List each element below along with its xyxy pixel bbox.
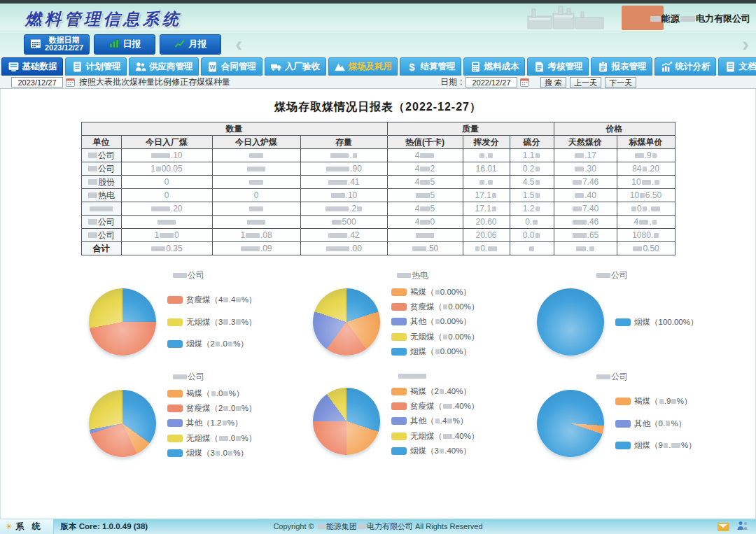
module-tab-bar: 基础数据计划管理供应商管理W合同管理入厂验收煤场及耗用$结算管理燃料成本考核管理… xyxy=(0,56,756,76)
value-cell: 0. xyxy=(463,242,510,255)
value-cell: 0.35 xyxy=(121,242,212,255)
unit-cell: 股份 xyxy=(81,176,121,189)
value-cell: 1.2 xyxy=(510,202,554,216)
scroll-left-icon[interactable]: ‹ xyxy=(235,34,242,55)
legend-swatch-icon xyxy=(391,388,407,395)
unit-cell: 公司 xyxy=(81,216,121,229)
pie-chart-2: 热电褐煤（0.00%）贫瘦煤（0.00%）其他（0.00%）无烟煤（0.00%）… xyxy=(300,269,524,361)
value-cell: 0.0 xyxy=(510,229,554,242)
value-cell xyxy=(510,242,554,255)
legend-item: 烟煤（3.40%） xyxy=(391,446,479,456)
clipboard-icon xyxy=(597,61,609,73)
data-date-button[interactable]: 数据日期 2023/12/27 xyxy=(24,34,90,55)
calendar-small-icon[interactable] xyxy=(520,78,529,87)
chart-legend: 贫瘦煤（4.4%）无烟煤（3.3%）烟煤（2.0%） xyxy=(167,283,256,361)
bar-chart-icon xyxy=(108,38,120,51)
tab-coalyard[interactable]: 煤场及耗用 xyxy=(328,57,398,76)
tab-statistics[interactable]: 统计分析 xyxy=(654,57,716,76)
tab-label: 煤场及耗用 xyxy=(349,61,393,73)
legend-label: 褐煤（.9%） xyxy=(634,396,692,407)
monthly-report-button[interactable]: 月报 xyxy=(160,34,221,55)
legend-item: 褐煤（.9%） xyxy=(615,396,696,407)
doclines-icon xyxy=(71,61,83,73)
pie-chart-4: 公司褐煤（.0%）贫瘦煤（2.0%）其他（1.2%）无烟煤（.0%）烟煤（3.0… xyxy=(76,371,300,463)
chart-title xyxy=(300,371,524,381)
legend-item: 贫瘦煤（0.00%） xyxy=(391,302,479,312)
pie-charts-section: 公司贫瘦煤（4.4%）无烟煤（3.3%）烟煤（2.0%）热电褐煤（0.00%）贫… xyxy=(59,269,696,463)
mail-icon[interactable] xyxy=(718,523,729,531)
tab-contract[interactable]: W合同管理 xyxy=(201,57,262,76)
legend-item: 贫瘦煤（.40%） xyxy=(391,401,479,412)
value-cell: 45 xyxy=(387,202,463,216)
legend-label: 贫瘦煤（4.4%） xyxy=(186,295,256,305)
tab-supplier[interactable]: 供应商管理 xyxy=(129,57,199,76)
next-day-button[interactable]: 下一天 xyxy=(605,77,636,88)
scroll-right-icon[interactable]: › xyxy=(742,34,749,55)
tab-assessment[interactable]: 考核管理 xyxy=(527,57,589,76)
legend-label: 褐煤（0.00%） xyxy=(410,287,471,297)
legend-item: 烟煤（3.0%） xyxy=(167,448,256,458)
tab-label: 计划管理 xyxy=(86,61,121,73)
column-header: 热值(千卡) xyxy=(387,136,463,149)
value-cell: 45 xyxy=(387,176,463,189)
value-cell: .65 xyxy=(554,229,617,242)
users-icon[interactable] xyxy=(736,521,749,533)
legend-item: 其他（.4%） xyxy=(391,416,479,426)
value-cell xyxy=(212,216,300,229)
value-cell xyxy=(212,162,300,176)
data-date-value: 2023/12/27 xyxy=(45,43,83,52)
legend-swatch-icon xyxy=(391,417,407,425)
stats-icon xyxy=(661,61,673,73)
date-label: 日期： xyxy=(440,76,465,88)
search-button[interactable]: 搜 索 xyxy=(540,77,566,88)
value-cell xyxy=(212,176,300,189)
unit-cell: 公司 xyxy=(81,162,121,176)
tab-basic-data[interactable]: 基础数据 xyxy=(1,57,63,76)
tab-documents[interactable]: 文档管理 xyxy=(718,57,756,76)
screen-icon xyxy=(8,61,20,73)
pie-chart-5: 褐煤（2.40%）贫瘦煤（.40%）其他（.4%）无烟煤（.40%）烟煤（3.4… xyxy=(300,371,524,463)
report-title: 煤场存取煤情况日报表（2022-12-27） xyxy=(1,100,755,115)
value-cell xyxy=(121,216,212,229)
pie xyxy=(537,390,604,457)
table-row: 公司101.08.4220.060.0.651080. xyxy=(81,229,675,242)
tab-reports[interactable]: 报表管理 xyxy=(591,57,652,76)
legend-swatch-icon xyxy=(615,398,631,405)
tab-settlement[interactable]: $结算管理 xyxy=(400,57,461,76)
copyright-text: Copyright © 能源集团电力有限公司 All Rights Reserv… xyxy=(0,521,756,532)
legend-label: 无烟煤（3.3%） xyxy=(186,317,256,328)
legend-label: 烟煤（3.40%） xyxy=(410,446,471,456)
unit-cell: 公司 xyxy=(81,149,121,162)
value-cell: .2 xyxy=(300,202,387,216)
legend-swatch-icon xyxy=(167,449,183,457)
column-header: 挥发分 xyxy=(463,136,510,149)
table-row: 热电00.10517.11.5.40106.50 xyxy=(81,189,675,202)
legend-item: 无烟煤（0.00%） xyxy=(391,332,479,342)
legend-item: 无烟煤（.0%） xyxy=(167,433,256,444)
pie xyxy=(537,288,604,356)
value-cell: .46 xyxy=(554,216,617,229)
unit-cell: 合计 xyxy=(81,242,121,255)
value-cell: . xyxy=(300,149,387,162)
column-header: 天然煤价 xyxy=(554,136,617,149)
prev-day-button[interactable]: 上一天 xyxy=(570,77,601,88)
column-header: 存量 xyxy=(300,136,387,149)
value-cell: . xyxy=(554,242,617,255)
pie-chart-3: 公司烟煤（100.00%） xyxy=(524,269,699,361)
calendar-small-icon[interactable] xyxy=(66,78,75,87)
left-date-input[interactable] xyxy=(11,77,63,87)
legend-item: 褐煤（0.00%） xyxy=(391,287,479,297)
legend-swatch-icon xyxy=(391,303,407,311)
monthly-report-label: 月报 xyxy=(189,38,207,50)
tab-acceptance[interactable]: 入厂验收 xyxy=(265,57,326,76)
legend-label: 贫瘦煤（2.0%） xyxy=(186,403,256,414)
legend-label: 褐煤（2.40%） xyxy=(410,386,471,397)
legend-item: 无烟煤（.40%） xyxy=(391,431,479,442)
report-date-input[interactable] xyxy=(465,77,517,87)
daily-report-button[interactable]: 日报 xyxy=(94,34,155,55)
tab-plan[interactable]: 计划管理 xyxy=(65,57,127,76)
tab-fuel-cost[interactable]: 燃料成本 xyxy=(463,57,525,76)
calc-icon xyxy=(470,61,482,73)
legend-swatch-icon xyxy=(167,435,183,442)
legend-item: 烟煤（0.00%） xyxy=(391,346,479,357)
